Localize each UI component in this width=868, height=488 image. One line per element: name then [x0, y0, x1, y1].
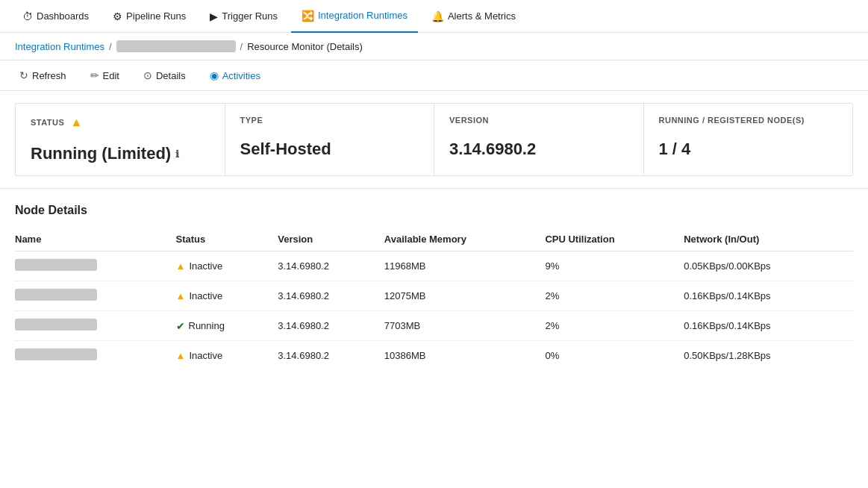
trigger-runs-icon: ▶: [210, 10, 218, 22]
breadcrumb-blurred: [116, 40, 236, 52]
status-label: Inactive: [189, 350, 222, 361]
col-header-cpu-utilization: CPU Utilization: [545, 228, 684, 251]
card-value-status: Running (Limited) ℹ: [31, 144, 210, 163]
col-header-name: Name: [15, 228, 176, 251]
table-row: ▲ Inactive 3.14.6980.2 10386MB 0% 0.50KB…: [15, 341, 853, 371]
card-value-nodes: 1 / 4: [659, 140, 838, 159]
top-nav: ⏱Dashboards⚙Pipeline Runs▶Trigger Runs🔀I…: [0, 0, 868, 33]
card-label-nodes: RUNNING / REGISTERED NODE(S): [659, 116, 838, 125]
status-label: Inactive: [189, 290, 222, 301]
node-memory-cell: 12075MB: [384, 281, 546, 311]
nav-item-alerts-metrics[interactable]: 🔔Alerts & Metrics: [421, 0, 526, 33]
info-icon[interactable]: ℹ: [175, 148, 179, 160]
node-memory-cell: 10386MB: [384, 341, 546, 371]
node-memory-cell: 11968MB: [384, 251, 546, 281]
card-label-version: VERSION: [449, 116, 628, 125]
status-card-type: TYPE Self-Hosted: [225, 103, 435, 176]
node-network-cell: 0.05KBps/0.00KBps: [684, 251, 853, 281]
node-name-blurred: [15, 259, 97, 271]
table-row: ▲ Inactive 3.14.6980.2 11968MB 9% 0.05KB…: [15, 251, 853, 281]
activities-button[interactable]: ◉Activities: [205, 66, 265, 84]
edit-button[interactable]: ✏Edit: [86, 66, 124, 84]
col-header-status: Status: [176, 228, 278, 251]
node-status-cell: ▲ Inactive: [176, 281, 278, 311]
details-icon: ⊙: [143, 69, 152, 81]
card-value-type: Self-Hosted: [240, 140, 419, 159]
col-header-network--in-out-: Network (In/Out): [684, 228, 853, 251]
activities-label: Activities: [222, 70, 260, 81]
nav-label-dashboards: Dashboards: [37, 10, 89, 22]
warning-icon: ▲: [176, 350, 186, 361]
node-network-cell: 0.50KBps/1.28KBps: [684, 341, 853, 371]
activities-icon: ◉: [210, 69, 219, 81]
node-name-cell: [15, 281, 176, 311]
nav-label-pipeline-runs: Pipeline Runs: [126, 10, 186, 22]
node-version-cell: 3.14.6980.2: [278, 251, 384, 281]
table-row: ✔ Running 3.14.6980.2 7703MB 2% 0.16KBps…: [15, 311, 853, 341]
breadcrumb: Integration Runtimes / / Resource Monito…: [0, 33, 868, 60]
status-card-status: STATUS ▲ Running (Limited) ℹ: [15, 103, 225, 176]
node-name-blurred: [15, 348, 97, 360]
table-row: ▲ Inactive 3.14.6980.2 12075MB 2% 0.16KB…: [15, 281, 853, 311]
nav-label-integration-runtimes: Integration Runtimes: [318, 10, 408, 21]
node-table: NameStatusVersionAvailable MemoryCPU Uti…: [15, 228, 853, 370]
nav-item-integration-runtimes[interactable]: 🔀Integration Runtimes: [291, 0, 418, 33]
status-card-version: VERSION 3.14.6980.2: [434, 103, 644, 176]
node-network-cell: 0.16KBps/0.14KBps: [684, 281, 853, 311]
status-card-nodes: RUNNING / REGISTERED NODE(S) 1 / 4: [643, 103, 854, 176]
status-cards: STATUS ▲ Running (Limited) ℹ TYPE Self-H…: [0, 91, 868, 189]
table-header: NameStatusVersionAvailable MemoryCPU Uti…: [15, 228, 853, 251]
refresh-icon: ↻: [19, 69, 28, 81]
breadcrumb-sep2: /: [240, 41, 243, 52]
node-name-blurred: [15, 289, 97, 301]
node-details-section: Node Details NameStatusVersionAvailable …: [0, 189, 868, 378]
section-title: Node Details: [15, 204, 853, 217]
nav-label-alerts-metrics: Alerts & Metrics: [448, 10, 516, 22]
node-status-cell: ✔ Running: [176, 311, 278, 341]
ok-icon: ✔: [176, 320, 185, 332]
node-version-cell: 3.14.6980.2: [278, 311, 384, 341]
pipeline-runs-icon: ⚙: [113, 10, 122, 22]
details-button[interactable]: ⊙Details: [139, 66, 190, 84]
nav-item-dashboards[interactable]: ⏱Dashboards: [12, 0, 99, 33]
node-status-cell: ▲ Inactive: [176, 251, 278, 281]
status-label: Running: [189, 320, 225, 331]
node-cpu-cell: 0%: [545, 341, 684, 371]
nav-item-trigger-runs[interactable]: ▶Trigger Runs: [199, 0, 288, 33]
warning-icon: ▲: [176, 290, 186, 301]
col-header-available-memory: Available Memory: [384, 228, 546, 251]
warning-icon: ▲: [176, 260, 186, 272]
refresh-label: Refresh: [32, 70, 66, 81]
edit-icon: ✏: [90, 69, 99, 81]
node-status-cell: ▲ Inactive: [176, 341, 278, 371]
node-version-cell: 3.14.6980.2: [278, 281, 384, 311]
details-label: Details: [156, 70, 186, 81]
breadcrumb-current: Resource Monitor (Details): [247, 41, 363, 52]
alerts-metrics-icon: 🔔: [431, 10, 444, 22]
node-name-cell: [15, 311, 176, 341]
nav-item-pipeline-runs[interactable]: ⚙Pipeline Runs: [102, 0, 196, 33]
status-label: Inactive: [189, 260, 222, 272]
card-label-type: TYPE: [240, 116, 419, 125]
col-header-version: Version: [278, 228, 384, 251]
nav-label-trigger-runs: Trigger Runs: [222, 10, 278, 22]
integration-runtimes-icon: 🔀: [302, 10, 314, 22]
node-cpu-cell: 9%: [545, 251, 684, 281]
warning-icon: ▲: [70, 116, 82, 129]
node-memory-cell: 7703MB: [384, 311, 546, 341]
node-cpu-cell: 2%: [545, 281, 684, 311]
node-version-cell: 3.14.6980.2: [278, 341, 384, 371]
card-label-status: STATUS ▲: [31, 116, 210, 129]
breadcrumb-root-link[interactable]: Integration Runtimes: [15, 41, 104, 52]
node-name-cell: [15, 341, 176, 371]
node-cpu-cell: 2%: [545, 311, 684, 341]
breadcrumb-sep1: /: [109, 41, 112, 52]
node-name-blurred: [15, 319, 97, 331]
edit-label: Edit: [103, 70, 119, 81]
refresh-button[interactable]: ↻Refresh: [15, 66, 71, 84]
toolbar: ↻Refresh✏Edit⊙Details◉Activities: [0, 60, 868, 91]
dashboards-icon: ⏱: [22, 10, 33, 22]
node-network-cell: 0.16KBps/0.14KBps: [684, 311, 853, 341]
node-name-cell: [15, 251, 176, 281]
card-value-version: 3.14.6980.2: [449, 140, 628, 159]
